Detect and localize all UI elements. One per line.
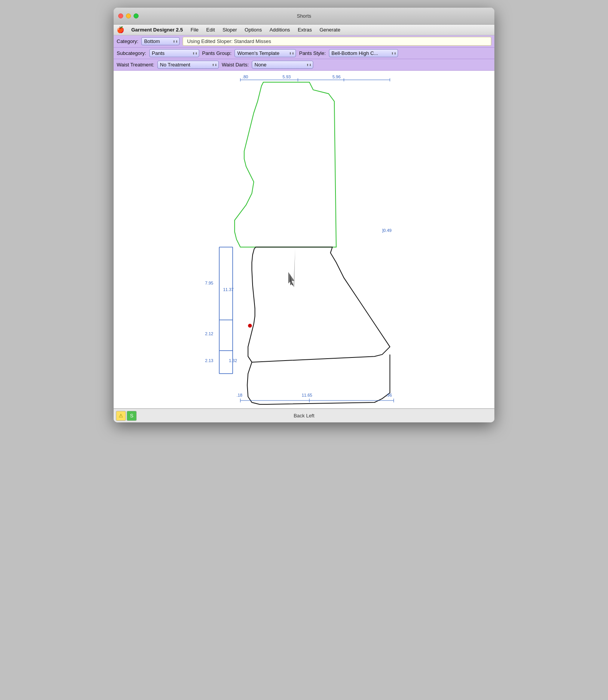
svg-text:11.65: 11.65 (302, 393, 312, 397)
waist-treatment-select[interactable]: No Treatment (157, 61, 219, 69)
svg-text:7.95: 7.95 (205, 281, 213, 285)
pants-group-select[interactable]: Women's Template (235, 49, 296, 57)
subcategory-label: Subcategory: (117, 50, 146, 56)
svg-text:]0.49: ]0.49 (382, 228, 392, 233)
category-select[interactable]: Bottom (141, 37, 180, 45)
toolbar-row3: Waist Treatment: No Treatment Waist Dart… (114, 59, 494, 71)
subcategory-select[interactable]: Pants (149, 49, 199, 57)
status-label: Back Left (294, 413, 314, 419)
subcategory-select-wrapper: Pants (149, 49, 199, 57)
title-bar: Shorts (114, 8, 494, 25)
menu-options[interactable]: Options (241, 26, 265, 33)
warning-icon[interactable]: ⚠ (116, 411, 126, 421)
main-window: Shorts 🍎 Garment Designer 2.5 File Edit … (114, 8, 494, 422)
green-icon[interactable]: S (127, 411, 137, 421)
waist-treatment-label: Waist Treatment: (117, 62, 154, 68)
pants-style-select-wrapper: Bell-Bottom High C... (329, 49, 398, 57)
close-button[interactable] (118, 13, 123, 18)
toolbar-row2: Subcategory: Pants Pants Group: Women's … (114, 48, 494, 59)
pants-style-select[interactable]: Bell-Bottom High C... (329, 49, 398, 57)
svg-text:11.37: 11.37 (223, 287, 233, 292)
svg-text:5.96: 5.96 (332, 74, 340, 79)
canvas-area[interactable]: .80 5.93 5.96 ]0.49 7.95 (114, 71, 494, 409)
svg-text:5.93: 5.93 (283, 74, 291, 79)
waist-darts-select-wrapper: None (252, 61, 313, 69)
svg-text:.80: .80 (242, 74, 248, 79)
menu-sloper[interactable]: Sloper (220, 26, 240, 33)
apple-menu[interactable]: 🍎 (117, 26, 124, 33)
pants-style-label: Pants Style: (299, 50, 325, 56)
svg-text:.18: .18 (236, 393, 242, 397)
category-select-wrapper: Bottom (141, 37, 180, 45)
window-title: Shorts (297, 13, 311, 19)
traffic-lights (118, 13, 139, 18)
waist-darts-label: Waist Darts: (222, 62, 249, 68)
menu-extras[interactable]: Extras (295, 26, 315, 33)
svg-text:2.13: 2.13 (205, 358, 213, 363)
minimize-button[interactable] (126, 13, 131, 18)
waist-treatment-select-wrapper: No Treatment (157, 61, 219, 69)
pants-group-label: Pants Group: (202, 50, 232, 56)
pants-group-select-wrapper: Women's Template (235, 49, 296, 57)
menu-generate[interactable]: Generate (316, 26, 343, 33)
maximize-button[interactable] (134, 13, 139, 18)
svg-text:2.12: 2.12 (205, 331, 213, 336)
pattern-svg: .80 5.93 5.96 ]0.49 7.95 (114, 71, 494, 408)
menu-bar: 🍎 Garment Designer 2.5 File Edit Sloper … (114, 25, 494, 35)
svg-text:.96: .96 (386, 393, 392, 397)
waist-darts-select[interactable]: None (252, 61, 313, 69)
status-icons: ⚠ S (116, 411, 137, 421)
menu-edit[interactable]: Edit (203, 26, 218, 33)
sloper-info: Using Edited Sloper: Standard Misses (183, 37, 491, 46)
app-name-label: Garment Designer 2.5 (128, 26, 186, 33)
svg-point-9 (248, 324, 252, 328)
status-bar: ⚠ S Back Left (114, 409, 494, 422)
category-label: Category: (117, 38, 138, 44)
menu-file[interactable]: File (187, 26, 202, 33)
toolbar-row1: Category: Bottom Using Edited Sloper: St… (114, 35, 494, 48)
menu-additions[interactable]: Additions (266, 26, 293, 33)
